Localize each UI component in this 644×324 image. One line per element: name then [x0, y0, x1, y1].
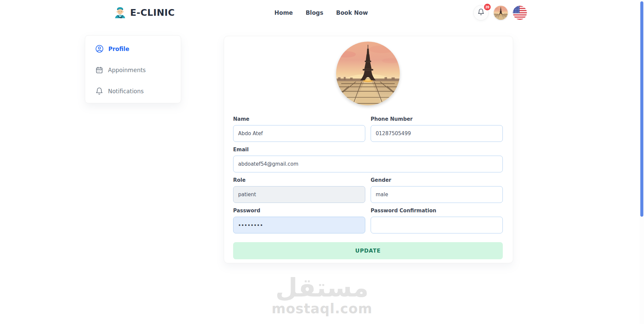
- gender-input[interactable]: [371, 186, 503, 203]
- notification-badge: 39: [483, 3, 491, 11]
- sidebar-item-profile[interactable]: Profile: [85, 38, 181, 59]
- email-input[interactable]: [233, 156, 503, 172]
- scrollbar-track[interactable]: [639, 0, 644, 324]
- sidebar-item-label: Appoinments: [108, 67, 146, 73]
- nav-blogs[interactable]: Blogs: [306, 9, 323, 16]
- role-field-group: Role: [233, 177, 365, 203]
- bell-icon: [477, 8, 485, 17]
- sidebar-item-label: Profile: [108, 46, 129, 52]
- password-confirmation-label: Password Confirmation: [371, 208, 503, 214]
- us-flag-icon[interactable]: [513, 6, 527, 20]
- profile-form: Name Phone Number Email Role: [233, 116, 503, 259]
- notifications-button[interactable]: 39: [473, 5, 489, 20]
- phone-field-group: Phone Number: [371, 116, 503, 142]
- password-field-group: Password: [233, 208, 365, 233]
- scrollbar-thumb[interactable]: [640, 1, 643, 217]
- name-field-group: Name: [233, 116, 365, 142]
- gender-label: Gender: [371, 177, 503, 183]
- gender-field-group: Gender: [371, 177, 503, 203]
- profile-card: Name Phone Number Email Role: [224, 36, 513, 263]
- nav-book-now[interactable]: Book Now: [336, 9, 368, 16]
- person-circle-icon: [95, 45, 104, 53]
- sidebar-item-appoinments[interactable]: Appoinments: [85, 59, 181, 80]
- watermark-domain: mostaql.com: [272, 302, 373, 315]
- phone-input[interactable]: [371, 125, 503, 142]
- password-input[interactable]: [233, 217, 365, 233]
- main-nav: Home Blogs Book Now: [274, 0, 368, 25]
- watermark-arabic: مستقل: [272, 275, 373, 301]
- password-confirmation-field-group: Password Confirmation: [371, 208, 503, 233]
- calendar-icon: [95, 66, 103, 74]
- sidebar-item-label: Notifications: [108, 88, 144, 95]
- email-field-group: Email: [233, 147, 503, 172]
- profile-sidebar: Profile Appoinments: [85, 35, 181, 103]
- page: E-CLINIC Home Blogs Book Now 39: [0, 0, 644, 324]
- sidebar-item-notifications[interactable]: Notifications: [85, 80, 181, 102]
- bell-icon: [95, 87, 103, 95]
- header: E-CLINIC Home Blogs Book Now 39: [0, 0, 644, 25]
- user-avatar[interactable]: [494, 6, 508, 20]
- role-label: Role: [233, 177, 365, 183]
- nav-home[interactable]: Home: [274, 9, 293, 16]
- doctor-icon: [113, 5, 127, 20]
- brand-logo[interactable]: E-CLINIC: [113, 0, 175, 25]
- password-confirmation-input[interactable]: [371, 217, 503, 233]
- name-label: Name: [233, 116, 365, 122]
- role-input[interactable]: [233, 186, 365, 203]
- update-button[interactable]: UPDATE: [233, 242, 503, 259]
- brand-name: E-CLINIC: [130, 7, 175, 18]
- email-label: Email: [233, 147, 503, 153]
- profile-avatar[interactable]: [336, 42, 400, 105]
- header-right: 39: [473, 0, 527, 25]
- watermark: مستقل mostaql.com: [272, 275, 373, 315]
- name-input[interactable]: [233, 125, 365, 142]
- password-label: Password: [233, 208, 365, 214]
- phone-label: Phone Number: [371, 116, 503, 122]
